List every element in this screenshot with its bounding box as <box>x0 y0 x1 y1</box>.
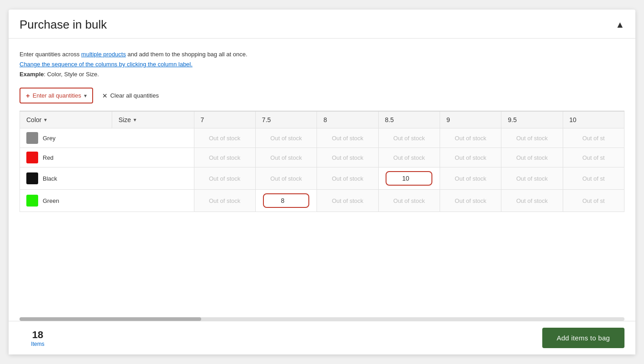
purchase-in-bulk-modal: Purchase in bulk ▲ Enter quantities acro… <box>9 10 635 354</box>
enter-quantities-chevron: ▾ <box>84 93 87 99</box>
color-column-header[interactable]: Color ▾ <box>20 112 112 128</box>
items-count-block: 18 Items <box>20 329 56 347</box>
black-size7: Out of stock <box>194 167 255 190</box>
red-size7: Out of stock <box>194 148 255 167</box>
size-85-header[interactable]: 8.5 <box>378 112 440 128</box>
grey-size95: Out of stock <box>501 128 563 148</box>
black-swatch <box>26 172 38 184</box>
size-column-header[interactable]: Size ▾ <box>112 112 194 128</box>
instructions-example-label: Example <box>20 71 44 78</box>
bulk-table: Color ▾ Size ▾ 7 7.5 8 <box>20 111 624 212</box>
green-size10: Out of st <box>563 190 624 212</box>
black-color-cell: Black <box>20 167 194 190</box>
red-size95: Out of stock <box>501 148 563 167</box>
enter-quantities-button[interactable]: + Enter all quantities ▾ <box>20 88 93 103</box>
plus-icon: + <box>26 92 30 99</box>
table-row: Grey Out of stock Out of stock Out of st… <box>20 128 624 148</box>
green-size9: Out of stock <box>440 190 501 212</box>
instructions-block: Enter quantities across multiple product… <box>20 49 624 79</box>
table-row: Red Out of stock Out of stock Out of sto… <box>20 148 624 167</box>
items-label: Items <box>31 341 44 347</box>
green-size8: Out of stock <box>317 190 378 212</box>
bulk-table-container[interactable]: Color ▾ Size ▾ 7 7.5 8 <box>20 111 624 314</box>
toolbar: + Enter all quantities ▾ ✕ Clear all qua… <box>20 88 624 103</box>
red-swatch <box>26 152 38 163</box>
black-size8: Out of stock <box>317 167 378 190</box>
grey-color-cell: Grey <box>20 128 194 148</box>
red-size9: Out of stock <box>440 148 501 167</box>
collapse-icon[interactable]: ▲ <box>615 20 624 30</box>
black-size85-input[interactable] <box>386 171 432 186</box>
black-size10: Out of st <box>563 167 624 190</box>
black-size75: Out of stock <box>255 167 317 190</box>
green-size95: Out of stock <box>501 190 563 212</box>
table-row: Green Out of stock Out of stock Out of s… <box>20 190 624 212</box>
grey-size10: Out of st <box>563 128 624 148</box>
size-75-header[interactable]: 7.5 <box>255 112 317 128</box>
grey-label: Grey <box>43 135 55 142</box>
instructions-line2: Change the sequence of the columns by cl… <box>20 61 193 68</box>
green-size75-input[interactable] <box>263 193 310 208</box>
green-size7: Out of stock <box>194 190 255 212</box>
black-size9: Out of stock <box>440 167 501 190</box>
size-sort-icon: ▾ <box>134 117 136 123</box>
horizontal-scrollbar[interactable] <box>20 317 624 321</box>
size-7-header[interactable]: 7 <box>194 112 255 128</box>
green-label: Green <box>43 197 59 204</box>
grey-size8: Out of stock <box>317 128 378 148</box>
modal-body: Enter quantities across multiple product… <box>9 39 635 321</box>
instructions-line3-suffix: : Color, Style or Size. <box>44 71 99 78</box>
instructions-line1-prefix: Enter quantities across <box>20 51 81 58</box>
size-10-header[interactable]: 10 <box>563 112 624 128</box>
grey-size9: Out of stock <box>440 128 501 148</box>
table-row: Black Out of stock Out of stock Out of s… <box>20 167 624 190</box>
modal-title: Purchase in bulk <box>20 18 107 32</box>
modal-header: Purchase in bulk ▲ <box>9 10 635 39</box>
green-swatch <box>26 195 38 207</box>
add-items-to-bag-button[interactable]: Add items to bag <box>542 328 624 348</box>
black-label: Black <box>43 175 57 182</box>
grey-size7: Out of stock <box>194 128 255 148</box>
total-items-count: 18 <box>32 329 43 341</box>
enter-quantities-label: Enter all quantities <box>33 92 81 99</box>
clear-quantities-button[interactable]: ✕ Clear all quantities <box>102 92 159 99</box>
red-label: Red <box>43 154 54 161</box>
scrollbar-thumb[interactable] <box>20 317 201 321</box>
color-sort-icon: ▾ <box>44 117 47 123</box>
size-8-header[interactable]: 8 <box>317 112 378 128</box>
modal-footer: 18 Items Add items to bag <box>9 321 635 354</box>
red-size85: Out of stock <box>378 148 440 167</box>
green-color-cell: Green <box>20 190 194 212</box>
black-size95: Out of stock <box>501 167 563 190</box>
green-size85: Out of stock <box>378 190 440 212</box>
red-size8: Out of stock <box>317 148 378 167</box>
green-size75-qty[interactable] <box>255 190 317 212</box>
red-size10: Out of st <box>563 148 624 167</box>
red-color-cell: Red <box>20 148 194 167</box>
clear-quantities-label: Clear all quantities <box>110 92 159 99</box>
size-9-header[interactable]: 9 <box>440 112 501 128</box>
header-row: Color ▾ Size ▾ 7 7.5 8 <box>20 112 624 128</box>
instructions-link[interactable]: multiple products <box>81 51 126 58</box>
grey-size85: Out of stock <box>378 128 440 148</box>
red-size75: Out of stock <box>255 148 317 167</box>
black-size85-qty[interactable] <box>378 167 440 190</box>
grey-swatch <box>26 132 38 144</box>
instructions-line1-suffix: and add them to the shopping bag all at … <box>126 51 247 58</box>
clear-icon: ✕ <box>102 92 108 99</box>
grey-size75: Out of stock <box>255 128 317 148</box>
size-95-header[interactable]: 9.5 <box>501 112 563 128</box>
